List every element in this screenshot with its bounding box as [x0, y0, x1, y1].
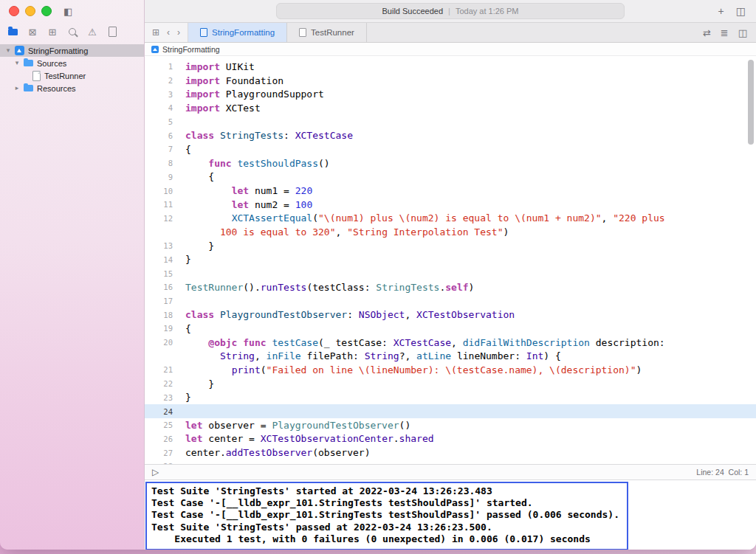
- source-control-navigator-icon[interactable]: ⊠: [24, 24, 41, 39]
- code-line[interactable]: 21 print("Failed on line \(lineNumber): …: [145, 363, 756, 377]
- code-token: XCTest: [226, 103, 261, 114]
- code-token: "String Interpolation Test": [347, 226, 503, 238]
- tab-label: StringFormatting: [212, 28, 275, 37]
- project-navigator-icon[interactable]: [4, 24, 21, 39]
- folder-icon: [24, 85, 33, 91]
- scrollbar-thumb[interactable]: [748, 60, 754, 145]
- code-line[interactable]: 18class PlaygroundTestObserver: NSObject…: [145, 308, 756, 322]
- line-number: 11: [146, 200, 173, 209]
- line-number: 26: [146, 434, 173, 443]
- code-review-icon[interactable]: ⇄: [703, 27, 711, 38]
- code-token: ,: [405, 309, 416, 320]
- disclosure-down-icon[interactable]: ▾: [4, 47, 12, 54]
- line-number: 17: [146, 297, 173, 305]
- titlebar: Build Succeeded | Today at 1:26 PM + ◫: [145, 0, 756, 23]
- tab-stringformatting[interactable]: StringFormatting: [188, 23, 287, 42]
- code-line[interactable]: 6class StringTests: XCTestCase: [145, 128, 756, 142]
- find-navigator-icon[interactable]: [63, 24, 81, 39]
- editor-tabs: StringFormattingTestRunner: [188, 23, 367, 42]
- toggle-sidebar-icon[interactable]: ◧: [63, 7, 72, 16]
- code-line[interactable]: 24: [145, 404, 756, 418]
- code-line[interactable]: 3import PlaygroundSupport: [145, 87, 756, 101]
- forward-icon[interactable]: ›: [177, 27, 180, 38]
- code-token: String: [365, 350, 399, 361]
- nav-item-sources[interactable]: ▾Sources: [0, 57, 144, 69]
- close-window-button[interactable]: [9, 6, 19, 16]
- code-token: (: [261, 364, 267, 375]
- code-token: observer =: [208, 420, 272, 431]
- console-output[interactable]: Test Suite 'StringTests' started at 2022…: [145, 482, 628, 550]
- console-area[interactable]: Test Suite 'StringTests' started at 2022…: [145, 480, 756, 550]
- code-token: func: [208, 158, 237, 169]
- line-number: 3: [146, 90, 173, 99]
- line-number: 19: [146, 324, 173, 333]
- code-line[interactable]: 2import Foundation: [145, 74, 756, 88]
- code-line[interactable]: 100 is equal to 320", "String Interpolat…: [145, 225, 756, 239]
- code-line[interactable]: 7{: [145, 142, 756, 156]
- code-line[interactable]: 27center.addTestObserver(observer): [145, 446, 756, 460]
- code-line[interactable]: 20 @objc func testCase(_ testCase: XCTes…: [145, 336, 756, 350]
- folder-icon: [24, 60, 33, 66]
- add-assistant-editor-icon[interactable]: ◫: [738, 27, 747, 38]
- library-plus-icon[interactable]: +: [718, 5, 724, 17]
- code-line[interactable]: 22 }: [145, 377, 756, 391]
- code-token: XCTestObservation: [416, 309, 515, 320]
- code-line[interactable]: 5: [145, 115, 756, 129]
- code-line[interactable]: 10 let num1 = 220: [145, 184, 756, 198]
- code-line[interactable]: 1import UIKit: [145, 60, 756, 74]
- code-line[interactable]: 11 let num2 = 100: [145, 198, 756, 212]
- zoom-window-button[interactable]: [41, 6, 52, 16]
- status-time: Today at 1:26 PM: [456, 7, 519, 15]
- adjust-editor-icon[interactable]: ≣: [721, 27, 729, 38]
- code-line[interactable]: 19{: [145, 322, 756, 336]
- code-line[interactable]: String, inFile filePath: String?, atLine…: [145, 349, 756, 363]
- tab-testrunner[interactable]: TestRunner: [287, 23, 367, 42]
- code-line[interactable]: 9 {: [145, 170, 756, 184]
- code-token: lineNumber:: [451, 350, 526, 361]
- disclosure-down-icon[interactable]: ▾: [13, 60, 21, 66]
- code-line[interactable]: 17: [145, 294, 756, 308]
- back-icon[interactable]: ‹: [167, 27, 170, 38]
- code-line[interactable]: 4import XCTest: [145, 101, 756, 115]
- code-token: Int: [526, 350, 543, 361]
- line-number: 16: [146, 283, 173, 291]
- code-token: num1 =: [255, 185, 295, 196]
- nav-item-stringformatting[interactable]: ▾StringFormatting: [0, 44, 144, 57]
- jump-bar[interactable]: StringFormatting: [145, 43, 756, 56]
- nav-item-resources[interactable]: ▸Resources: [0, 82, 144, 94]
- console-line: Executed 1 test, with 0 failures (0 unex…: [151, 533, 619, 545]
- code-line[interactable]: 16TestRunner().runTests(testClass: Strin…: [145, 280, 756, 294]
- code-token: ,: [255, 350, 267, 361]
- disclosure-right-icon[interactable]: ▸: [13, 85, 21, 91]
- issue-navigator-icon[interactable]: ⚠: [83, 24, 101, 39]
- run-icon[interactable]: ▷: [152, 467, 159, 477]
- file-icon: [32, 71, 41, 81]
- split-editor-icon[interactable]: ◫: [736, 5, 746, 17]
- code-token: description:: [590, 337, 665, 348]
- line-number: 4: [146, 103, 173, 112]
- code-token: PlaygroundTestObserver: [220, 309, 347, 320]
- code-token: class: [185, 130, 220, 141]
- report-navigator-icon[interactable]: [103, 24, 121, 39]
- code-token: "\(num1) plus \(num2) is equal to \(num1…: [318, 212, 602, 224]
- code-line[interactable]: 23}: [145, 391, 756, 405]
- code-line[interactable]: 13 }: [145, 239, 756, 253]
- navigator-sidebar: ◧ ⊠⊞⚠ ▾StringFormatting▾SourcesTestRunne…: [0, 0, 145, 550]
- code-line[interactable]: 28: [145, 460, 756, 464]
- symbol-navigator-icon[interactable]: ⊞: [44, 24, 61, 39]
- related-items-icon[interactable]: ⊞: [152, 27, 159, 38]
- code-line[interactable]: 15: [145, 266, 756, 280]
- line-number: 6: [146, 131, 173, 140]
- code-editor[interactable]: 1import UIKit2import Foundation3import P…: [145, 56, 756, 464]
- code-line[interactable]: 25let observer = PlaygroundTestObserver(…: [145, 418, 756, 432]
- tabbar-actions: ⇄ ≣ ◫: [694, 23, 756, 42]
- line-number: 20: [146, 338, 173, 347]
- code-line[interactable]: 14}: [145, 253, 756, 267]
- code-line[interactable]: 26let center = XCTestObservationCenter.s…: [145, 432, 756, 446]
- code-lines: 1import UIKit2import Foundation3import P…: [145, 60, 756, 464]
- minimize-window-button[interactable]: [25, 6, 35, 16]
- code-token: [185, 212, 232, 224]
- code-line[interactable]: 8 func testShouldPass(): [145, 156, 756, 170]
- nav-item-testrunner[interactable]: TestRunner: [0, 69, 144, 82]
- code-line[interactable]: 12 XCTAssertEqual("\(num1) plus \(num2) …: [145, 212, 756, 226]
